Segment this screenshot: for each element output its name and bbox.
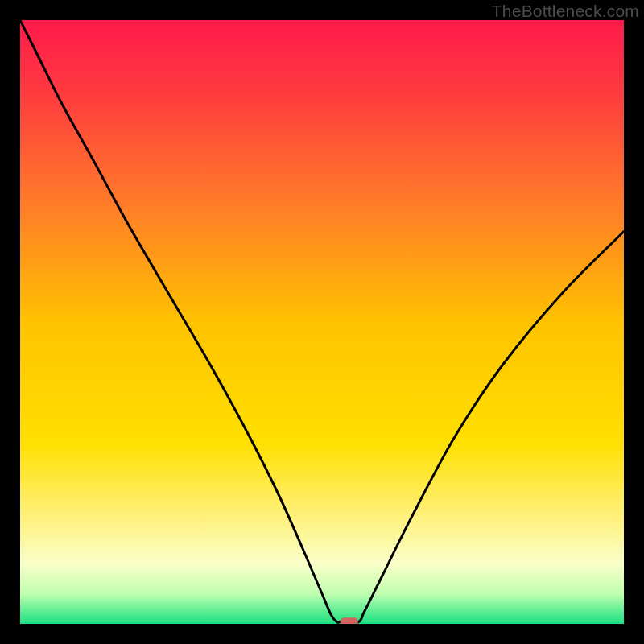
gradient-background xyxy=(20,20,624,624)
watermark-label: TheBottleneck.com xyxy=(492,2,639,21)
optimal-point-marker xyxy=(341,617,358,624)
chart-container xyxy=(20,20,624,624)
bottleneck-chart xyxy=(20,20,624,624)
